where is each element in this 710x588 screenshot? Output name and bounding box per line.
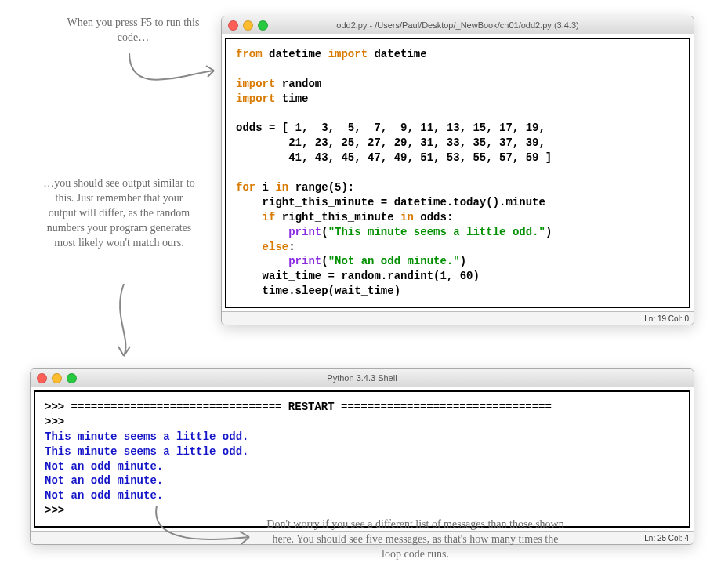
code-text: odds = [ 1, 3, 5, 7, 9, 11, 13, 15, 17, … [236,122,545,134]
kw: in [275,181,288,194]
annotation-bottom: Don't worry if you see a different list … [263,517,568,562]
code-text: datetime [368,48,427,60]
prompt: >>> [45,416,71,428]
close-icon[interactable] [228,20,238,31]
kw: else [263,241,289,253]
code-text: odds: [414,211,453,223]
kw: if [263,211,276,223]
editor-title: odd2.py - /Users/Paul/Desktop/_NewBook/c… [222,20,694,30]
string: "Not an odd minute." [328,255,460,267]
editor-titlebar[interactable]: odd2.py - /Users/Paul/Desktop/_NewBook/c… [222,16,694,34]
annotation-middle: …you should see output similar to this. … [41,176,197,250]
kw: import [236,93,275,105]
code-text: right_this_minute [275,211,400,223]
code-text: i [255,181,275,194]
kw: for [236,181,255,194]
code-text: 21, 23, 25, 27, 29, 31, 33, 35, 37, 39, [236,136,545,149]
code-text: : [288,241,295,253]
code-editor[interactable]: from datetime import datetime import ran… [225,38,690,308]
code-text: ( [321,226,328,238]
kw: import [236,78,275,90]
arrow-middle [108,284,139,365]
code-text [236,255,288,267]
code-text: 41, 43, 45, 47, 49, 51, 53, 55, 57, 59 ] [236,151,552,164]
builtin: print [288,255,321,267]
shell-titlebar[interactable]: Python 3.4.3 Shell [31,369,694,387]
code-text: ) [545,226,552,238]
output-line: Not an odd minute. [45,460,163,473]
kw: import [328,48,368,60]
prompt: >>> [45,504,71,517]
arrow-bottom [149,506,259,556]
kw: in [400,211,414,223]
code-text: time.sleep(wait_time) [236,285,400,297]
output-line: Not an odd minute. [45,474,163,487]
string: "This minute seems a little odd." [328,226,545,238]
code-text: ( [321,255,328,267]
editor-status: Ln: 19 Col: 0 [222,311,694,325]
annotation-top: When you press F5 to run this code… [67,16,200,45]
code-text [236,241,263,253]
kw: from [236,48,263,60]
restart-banner: ================================ RESTART… [71,401,552,413]
arrow-top [121,49,223,99]
shell-output[interactable]: >>> ================================ RES… [34,390,690,528]
code-text: wait_time = random.randint(1, 60) [236,270,480,282]
output-line: Not an odd minute. [45,489,163,502]
shell-title: Python 3.4.3 Shell [31,373,694,383]
editor-window: odd2.py - /Users/Paul/Desktop/_NewBook/c… [221,16,694,325]
minimize-icon[interactable] [243,20,253,31]
zoom-icon[interactable] [67,373,77,383]
minimize-icon[interactable] [52,373,62,383]
output-line: This minute seems a little odd. [45,430,248,443]
zoom-icon[interactable] [258,20,268,31]
code-text: datetime [263,48,328,60]
builtin: print [288,226,321,238]
close-icon[interactable] [37,373,47,383]
code-text: ) [460,255,466,267]
code-text: right_this_minute = datetime.today().min… [236,196,545,209]
prompt: >>> [45,401,71,413]
code-text [236,226,288,238]
code-text [236,211,263,223]
code-text: random [275,78,321,90]
code-text: time [275,93,308,105]
output-line: This minute seems a little odd. [45,445,248,458]
code-text: range(5): [288,181,354,194]
